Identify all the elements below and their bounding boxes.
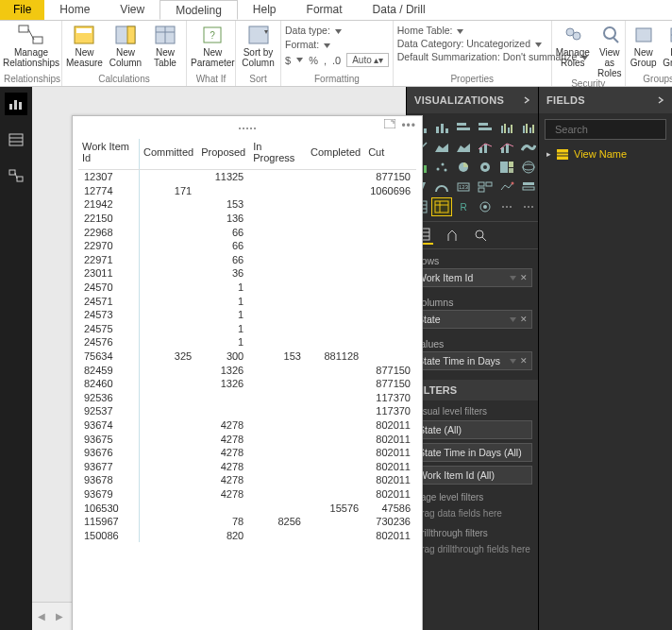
viz-slicer-icon[interactable] bbox=[519, 179, 538, 196]
tab-help[interactable]: Help bbox=[238, 0, 292, 20]
viz-bars-v2-icon[interactable] bbox=[432, 119, 451, 136]
viz-map-icon[interactable] bbox=[519, 159, 538, 176]
table-row[interactable]: 936764278802011 bbox=[78, 446, 416, 460]
remove-icon[interactable]: ✕ bbox=[520, 356, 528, 366]
viz-py-icon[interactable] bbox=[476, 198, 495, 215]
format-tab[interactable] bbox=[443, 226, 462, 245]
viz-dots-icon[interactable] bbox=[497, 198, 516, 215]
viz-ribbon-icon[interactable] bbox=[519, 139, 538, 156]
table-row[interactable]: 245731 bbox=[78, 308, 416, 322]
viz-tree-icon[interactable] bbox=[497, 159, 516, 176]
table-row[interactable]: 1065301557647586 bbox=[78, 501, 416, 515]
tab-modeling[interactable]: Modeling bbox=[160, 0, 238, 20]
filter-work-item[interactable]: Work Item Id (All) bbox=[412, 466, 532, 485]
table-row[interactable]: 936774278802011 bbox=[78, 459, 416, 473]
fields-header[interactable]: FIELDS bbox=[539, 87, 672, 113]
values-well[interactable]: State Time in Days✕ bbox=[412, 351, 532, 370]
matrix-visual[interactable]: ••• Work Item IdCommittedProposedIn Prog… bbox=[72, 115, 423, 630]
viz-scatter-icon[interactable] bbox=[432, 159, 451, 176]
table-row[interactable]: 245751 bbox=[78, 322, 416, 336]
table-row[interactable]: 936794278802011 bbox=[78, 487, 416, 502]
manage-relationships-button[interactable]: Manage Relationships bbox=[4, 23, 59, 68]
currency-button[interactable]: $ bbox=[285, 55, 291, 66]
table-row[interactable]: 2296866 bbox=[78, 225, 416, 239]
filter-state[interactable]: State (All) bbox=[412, 420, 532, 439]
matrix-header[interactable]: Cut bbox=[364, 139, 416, 170]
new-measure-button[interactable]: New Measure bbox=[66, 23, 103, 68]
new-group-button[interactable]: New Group bbox=[630, 23, 658, 68]
tab-datadrill[interactable]: Data / Drill bbox=[358, 0, 441, 20]
report-view-button[interactable] bbox=[5, 93, 27, 115]
field-table-view-name[interactable]: ▸ View Name bbox=[539, 145, 672, 162]
viz-r-icon[interactable]: R bbox=[454, 198, 473, 215]
table-row[interactable]: 92536117370 bbox=[78, 391, 416, 405]
table-row[interactable]: 824601326877150 bbox=[78, 377, 416, 391]
fields-search[interactable] bbox=[545, 119, 666, 140]
table-row[interactable]: 22150136 bbox=[78, 212, 416, 226]
focus-mode-icon[interactable] bbox=[384, 119, 395, 132]
table-row[interactable]: 936754278802011 bbox=[78, 432, 416, 446]
viz-combo2-icon[interactable] bbox=[497, 139, 516, 156]
table-row[interactable]: 936784278802011 bbox=[78, 473, 416, 487]
decimal-places-input[interactable]: Auto▴▾ bbox=[346, 53, 389, 67]
filter-state-time[interactable]: State Time in Days (All) bbox=[412, 443, 532, 462]
viz-donut-icon[interactable] bbox=[476, 159, 495, 176]
table-row[interactable]: 21942153 bbox=[78, 197, 416, 212]
tab-format[interactable]: Format bbox=[292, 0, 358, 20]
comma-button[interactable]: , bbox=[324, 55, 327, 66]
analytics-tab[interactable] bbox=[471, 226, 490, 245]
chevron-down-icon[interactable] bbox=[510, 317, 516, 322]
table-row[interactable]: 936744278802011 bbox=[78, 418, 416, 433]
edit-groups-button[interactable]: Edit Groups bbox=[664, 23, 672, 68]
matrix-header[interactable]: Completed bbox=[307, 139, 364, 170]
remove-icon[interactable]: ✕ bbox=[520, 273, 528, 282]
new-column-button[interactable]: New Column bbox=[109, 23, 143, 68]
viz-kpi-icon[interactable] bbox=[497, 179, 516, 196]
table-row[interactable]: 115967788256730236 bbox=[78, 515, 416, 529]
matrix-header[interactable]: Committed bbox=[139, 139, 197, 170]
drag-handle-icon[interactable] bbox=[238, 119, 257, 132]
chevron-down-icon[interactable] bbox=[457, 29, 463, 34]
chevron-down-icon[interactable] bbox=[324, 43, 330, 48]
table-row[interactable]: 127741711060696 bbox=[78, 184, 416, 198]
new-parameter-button[interactable]: ? New Parameter bbox=[191, 23, 235, 68]
fields-search-input[interactable] bbox=[555, 124, 672, 135]
percent-button[interactable]: % bbox=[309, 55, 318, 66]
more-options-icon[interactable]: ••• bbox=[401, 119, 416, 132]
viz-area-icon[interactable] bbox=[432, 139, 451, 156]
model-view-button[interactable] bbox=[5, 164, 27, 187]
canvas-area[interactable]: ••• Work Item IdCommittedProposedIn Prog… bbox=[32, 87, 406, 602]
table-row[interactable]: 92537117370 bbox=[78, 404, 416, 418]
data-view-button[interactable] bbox=[5, 128, 27, 151]
viz-bars-grp2-icon[interactable] bbox=[519, 119, 538, 136]
table-row[interactable]: 2297066 bbox=[78, 239, 416, 253]
rows-well[interactable]: Work Item Id✕ bbox=[412, 268, 532, 287]
sort-by-column-button[interactable]: Sort by Column bbox=[240, 23, 277, 68]
table-row[interactable]: 245711 bbox=[78, 294, 416, 308]
viz-dots-icon[interactable] bbox=[519, 198, 538, 215]
chevron-down-icon[interactable] bbox=[335, 29, 342, 34]
tab-file[interactable]: File bbox=[0, 0, 44, 20]
viz-bars-h2-icon[interactable] bbox=[476, 119, 495, 136]
table-row[interactable]: 75634325300153881128 bbox=[78, 349, 416, 364]
tab-view[interactable]: View bbox=[105, 0, 160, 20]
page-nav-arrows[interactable]: ◀▶ bbox=[32, 611, 68, 621]
viz-card-icon[interactable]: 123 bbox=[454, 179, 473, 196]
table-row[interactable]: 824591326877150 bbox=[78, 363, 416, 377]
remove-icon[interactable]: ✕ bbox=[520, 315, 528, 324]
table-row[interactable]: 150086820802011 bbox=[78, 528, 416, 542]
table-row[interactable]: 2297166 bbox=[78, 253, 416, 267]
chevron-down-icon[interactable] bbox=[510, 359, 516, 364]
viz-matrix-icon[interactable] bbox=[432, 198, 451, 215]
new-table-button[interactable]: New Table bbox=[148, 23, 182, 68]
table-row[interactable]: 245701 bbox=[78, 281, 416, 295]
viz-combo-icon[interactable] bbox=[476, 139, 495, 156]
table-row[interactable]: 245761 bbox=[78, 335, 416, 349]
manage-roles-button[interactable]: Manage Roles bbox=[556, 23, 590, 68]
chevron-down-icon[interactable] bbox=[535, 43, 542, 47]
tab-home[interactable]: Home bbox=[44, 0, 105, 20]
viz-bars-h-icon[interactable] bbox=[454, 119, 473, 136]
viz-pie-icon[interactable] bbox=[454, 159, 473, 176]
chevron-down-icon[interactable] bbox=[296, 58, 303, 62]
matrix-header[interactable]: Work Item Id bbox=[78, 139, 139, 170]
